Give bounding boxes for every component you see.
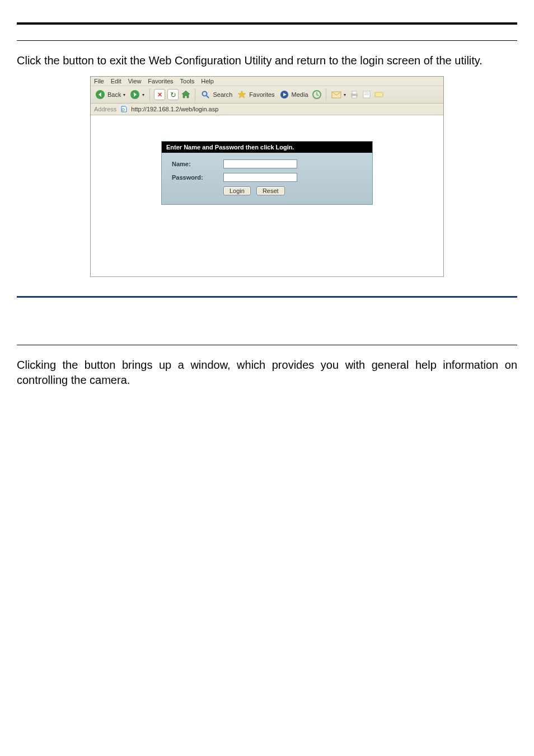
login-body: Name: Password: Login Reset xyxy=(162,153,372,204)
history-icon[interactable] xyxy=(312,90,322,100)
page-icon xyxy=(120,105,128,113)
home-icon[interactable] xyxy=(181,90,191,100)
svg-rect-13 xyxy=(375,92,383,97)
rule-thick-top xyxy=(17,22,517,25)
svg-rect-9 xyxy=(352,96,357,98)
rule-thin-top xyxy=(17,40,517,41)
print-icon[interactable] xyxy=(349,90,359,100)
toolbar: Back ▾ ▾ ✕ ↻ Search xyxy=(91,86,443,104)
chevron-down-icon: ▾ xyxy=(344,92,346,97)
back-button[interactable]: Back ▾ xyxy=(94,89,127,100)
refresh-icon[interactable]: ↻ xyxy=(167,89,179,100)
back-icon xyxy=(95,90,105,100)
discuss-icon[interactable] xyxy=(374,90,384,100)
menu-edit[interactable]: Edit xyxy=(111,78,121,84)
rule-blue xyxy=(17,296,517,298)
separator xyxy=(195,88,195,101)
login-button[interactable]: Login xyxy=(223,186,251,195)
search-icon xyxy=(200,90,210,100)
menu-help[interactable]: Help xyxy=(201,78,214,84)
separator xyxy=(149,88,150,101)
menubar: File Edit View Favorites Tools Help xyxy=(91,77,443,86)
search-button[interactable]: Search xyxy=(199,89,233,100)
favorites-button[interactable]: Favorites xyxy=(236,89,275,100)
name-label: Name: xyxy=(172,161,223,167)
reset-button[interactable]: Reset xyxy=(256,186,285,195)
menu-tools[interactable]: Tools xyxy=(180,78,195,84)
chevron-down-icon: ▾ xyxy=(142,92,144,97)
menu-view[interactable]: View xyxy=(128,78,142,84)
mail-icon xyxy=(331,90,341,100)
separator xyxy=(326,88,326,101)
search-label: Search xyxy=(213,91,232,98)
ie-screenshot: File Edit View Favorites Tools Help Back… xyxy=(17,76,517,277)
address-label: Address xyxy=(94,106,116,112)
favorites-icon xyxy=(237,90,247,100)
password-field[interactable] xyxy=(223,173,297,182)
menu-file[interactable]: File xyxy=(94,78,104,84)
ie-window: File Edit View Favorites Tools Help Back… xyxy=(90,76,444,277)
forward-icon xyxy=(130,90,140,100)
media-icon xyxy=(279,90,289,100)
stop-icon[interactable]: ✕ xyxy=(154,89,165,100)
address-bar: Address http://192.168.1.2/web/login.asp xyxy=(91,104,443,115)
media-label: Media xyxy=(292,91,308,98)
login-card: Enter Name and Password then click Login… xyxy=(161,141,373,205)
address-url[interactable]: http://192.168.1.2/web/login.asp xyxy=(131,106,218,112)
favorites-label: Favorites xyxy=(249,91,274,98)
password-label: Password: xyxy=(172,174,223,181)
chevron-down-icon: ▾ xyxy=(123,92,125,97)
section2-paragraph: Clicking the button brings up a window, … xyxy=(17,358,517,388)
menu-favorites[interactable]: Favorites xyxy=(148,78,173,84)
section1-paragraph: Click the button to exit the Web Configu… xyxy=(17,53,517,68)
edit-icon[interactable] xyxy=(362,90,372,100)
rule-thin-bottom xyxy=(17,345,517,345)
svg-point-2 xyxy=(203,92,207,96)
login-header: Enter Name and Password then click Login… xyxy=(162,142,372,153)
svg-line-3 xyxy=(207,96,209,98)
page-body: Enter Name and Password then click Login… xyxy=(91,115,443,276)
mail-button[interactable]: ▾ xyxy=(330,89,347,100)
name-field[interactable] xyxy=(223,159,297,168)
forward-button[interactable]: ▾ xyxy=(129,89,146,100)
media-button[interactable]: Media xyxy=(278,89,310,100)
back-label: Back xyxy=(107,91,121,98)
svg-rect-8 xyxy=(352,91,357,94)
